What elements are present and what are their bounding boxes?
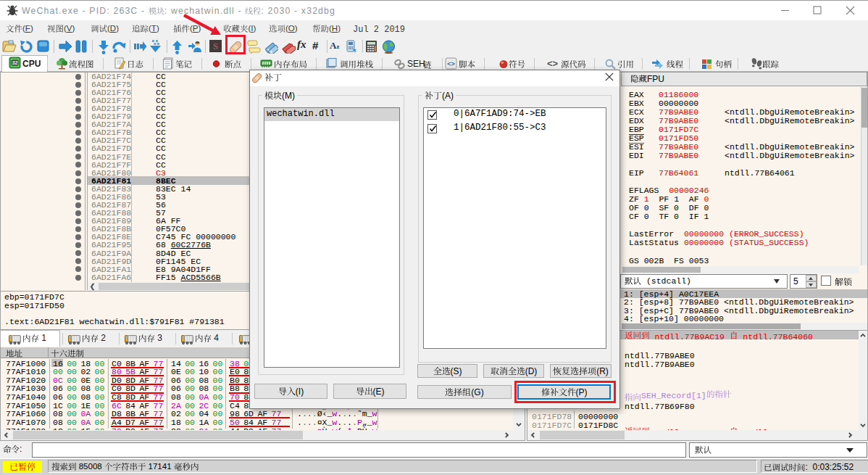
svg-text:S: S (213, 41, 218, 51)
svg-text:<>: <> (447, 60, 455, 67)
svg-text:32: 32 (12, 60, 18, 65)
